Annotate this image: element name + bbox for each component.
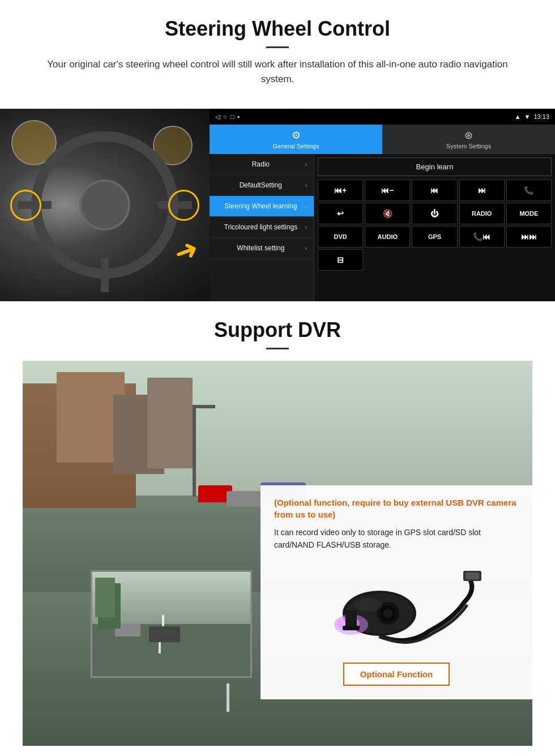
steering-demo: ➜ ◁ ○ □ ▪ ▲ ▼ 13:13 ⚙ General Settings <box>0 109 555 301</box>
gear-icon: ⚙ <box>292 129 301 142</box>
settings-tabs[interactable]: ⚙ General Settings ⊛ System Settings <box>210 125 555 154</box>
menu-item-steering[interactable]: Steering Wheel learning › <box>210 196 314 217</box>
ctrl-dvd[interactable]: DVD <box>318 226 363 247</box>
spoke-bottom <box>101 258 109 292</box>
ctrl-back[interactable]: ↩ <box>318 203 363 224</box>
steering-wheel-ring <box>31 131 178 279</box>
tab-system-label: System Settings <box>446 143 491 150</box>
begin-learn-button[interactable]: Begin learn <box>318 157 552 176</box>
chevron-right-icon3: › <box>305 203 307 210</box>
svg-rect-7 <box>466 573 479 579</box>
begin-learn-row: Begin learn <box>318 157 552 176</box>
ctrl-mode[interactable]: MODE <box>506 203 552 224</box>
menu-item-white-label: Whitelist setting <box>216 244 305 252</box>
steering-controls: Begin learn ⏮+ ⏮− ⏮ ⏭ 📞 ↩ 🔇 ⏻ RADIO MODE… <box>314 154 555 301</box>
statusbar: ◁ ○ □ ▪ ▲ ▼ 13:13 <box>210 109 555 125</box>
svg-point-5 <box>354 598 382 612</box>
menu-icon: ▪ <box>237 113 240 120</box>
ctrl-camera[interactable]: ⊟ <box>318 249 363 271</box>
ctrl-phone[interactable]: 📞 <box>506 180 552 201</box>
ctrl-power[interactable]: ⏻ <box>412 203 457 224</box>
steering-section: Steering Wheel Control Your original car… <box>0 0 555 109</box>
button-highlight-left <box>10 190 41 221</box>
optional-function-button[interactable]: Optional Function <box>343 663 450 686</box>
menu-item-radio[interactable]: Radio › <box>210 154 314 175</box>
steering-hub <box>79 180 130 230</box>
svg-point-4 <box>383 609 392 618</box>
settings-content: Radio › DefaultSetting › Steering Wheel … <box>210 154 555 301</box>
title-divider <box>266 46 289 48</box>
menu-item-default-label: DefaultSetting <box>216 181 305 189</box>
tab-general-label: General Settings <box>273 143 319 150</box>
ctrl-gps[interactable]: GPS <box>412 226 457 247</box>
nav-icons: ◁ ○ □ ▪ <box>215 113 240 121</box>
menu-item-tri-label: Tricoloured light settings <box>216 223 305 231</box>
dvr-background: (Optional function, require to buy exter… <box>23 361 532 746</box>
dvr-description: It can record video only to storage in G… <box>274 526 519 552</box>
ctrl-next-ff[interactable]: ⏭⏭ <box>506 226 552 247</box>
chevron-right-icon5: › <box>305 245 307 251</box>
page-title: Steering Wheel Control <box>23 17 532 41</box>
ctrl-next-track[interactable]: ⏭ <box>459 180 505 201</box>
home-icon: ○ <box>223 113 227 120</box>
tab-general[interactable]: ⚙ General Settings <box>210 125 382 154</box>
ctrl-vol-up[interactable]: ⏮+ <box>318 180 363 201</box>
button-highlight-right <box>168 190 199 221</box>
ctrl-mute[interactable]: 🔇 <box>365 203 410 224</box>
ctrl-audio[interactable]: AUDIO <box>365 226 410 247</box>
signal-icon: ▲ <box>515 113 521 120</box>
recents-icon: □ <box>230 113 234 120</box>
system-icon: ⊛ <box>464 129 473 142</box>
status-right: ▲ ▼ 13:13 <box>515 113 549 120</box>
chevron-right-icon4: › <box>305 224 307 230</box>
section-subtitle: Your original car's steering wheel contr… <box>45 57 510 86</box>
dvr-optional-notice: (Optional function, require to buy exter… <box>274 497 519 520</box>
ctrl-vol-down[interactable]: ⏮− <box>365 180 410 201</box>
dvr-info-box: (Optional function, require to buy exter… <box>261 485 532 699</box>
svg-rect-11 <box>343 626 360 630</box>
menu-item-steering-label: Steering Wheel learning <box>216 202 305 210</box>
dvr-thumbnail <box>91 570 252 678</box>
dvr-camera-illustration <box>274 559 519 650</box>
settings-menu: Radio › DefaultSetting › Steering Wheel … <box>210 154 314 301</box>
ctrl-phone-prev[interactable]: 📞⏮ <box>459 226 505 247</box>
steering-photo: ➜ <box>0 109 210 301</box>
control-grid: ⏮+ ⏮− ⏮ ⏭ 📞 ↩ 🔇 ⏻ RADIO MODE DVD AUDIO G… <box>318 180 552 271</box>
back-icon: ◁ <box>215 113 220 121</box>
android-panel: ◁ ○ □ ▪ ▲ ▼ 13:13 ⚙ General Settings ⊛ S… <box>210 109 555 301</box>
wifi-icon: ▼ <box>524 113 531 120</box>
menu-item-radio-label: Radio <box>216 160 305 168</box>
tab-system[interactable]: ⊛ System Settings <box>382 125 555 154</box>
dvr-divider <box>266 348 289 349</box>
svg-rect-10 <box>345 610 357 627</box>
dvr-section: Support DVR (Optional functi <box>0 301 555 746</box>
dvr-title: Support DVR <box>23 318 532 342</box>
chevron-right-icon2: › <box>305 182 307 189</box>
steering-wheel-bg: ➜ <box>0 109 210 301</box>
menu-item-whitelist[interactable]: Whitelist setting › <box>210 238 314 259</box>
clock: 13:13 <box>533 113 549 120</box>
menu-item-defaultsetting[interactable]: DefaultSetting › <box>210 175 314 196</box>
ctrl-radio[interactable]: RADIO <box>459 203 505 224</box>
thumbnail-road <box>92 572 250 676</box>
menu-item-tricoloured[interactable]: Tricoloured light settings › <box>210 217 314 238</box>
chevron-right-icon: › <box>305 161 307 168</box>
ctrl-prev-track[interactable]: ⏮ <box>412 180 457 201</box>
